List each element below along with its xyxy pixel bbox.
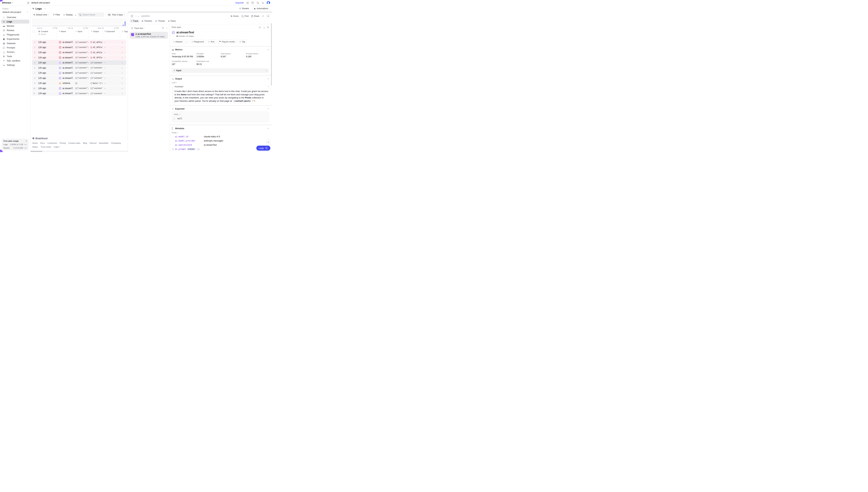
org-switcher[interactable]: Directus ∨	[2, 1, 27, 4]
dataset-more-button[interactable]: ⋯	[184, 40, 189, 43]
review-button[interactable]: ☑ Review	[238, 7, 250, 10]
usage-card[interactable]: Free plan usage ↗ Logs 0.0004 of 1 GB Sc…	[2, 139, 29, 150]
chevron-down-icon[interactable]: ∨	[268, 86, 269, 87]
run-button[interactable]: ▷Run	[207, 40, 216, 44]
display-button[interactable]: ⚌ Display	[62, 13, 73, 17]
sidebar-item[interactable]: Logs	[1, 20, 29, 24]
download-icon[interactable]: ↓	[264, 26, 265, 28]
detail-tab[interactable]: Views	[167, 19, 177, 23]
detail-tab[interactable]: Thread	[154, 19, 166, 23]
select-all-checkbox[interactable]	[33, 30, 35, 33]
footer-link[interactable]: Blog	[83, 142, 87, 144]
page-menu-icon[interactable]: ⋯	[44, 7, 46, 10]
column-header-input[interactable]: Input	[73, 30, 89, 38]
next-trace-icon[interactable]: ↓	[138, 15, 140, 18]
column-header-tags[interactable]: Tags	[120, 30, 126, 38]
footer-link[interactable]: Pricing	[60, 142, 66, 144]
add-dataset-button[interactable]: +Dataset	[172, 40, 184, 43]
search-traces-box[interactable]	[77, 13, 104, 17]
input-section-collapsed[interactable]: ↗ Input ›	[172, 68, 269, 73]
sidebar-item[interactable]: Datasets	[1, 41, 29, 45]
metadata-key[interactable]: ai.model.provider	[175, 140, 196, 142]
detail-tab[interactable]: Timeline	[140, 19, 153, 23]
score-button[interactable]: % Score	[230, 15, 239, 17]
trace-tree-button[interactable]: ◫ Trace tree	[130, 26, 145, 30]
table-row[interactable]: 6 12h ago ai.streamT... [{"content":" ..…	[32, 66, 126, 70]
sidebar-item[interactable]: Review	[1, 28, 29, 32]
upgrade-link[interactable]: Upgrade	[235, 1, 244, 4]
table-row[interactable]: 2 12h ago ai.streamT... [{"content":" ..…	[32, 45, 126, 50]
footer-link[interactable]: Newsletter	[99, 142, 108, 144]
column-header-created[interactable]: Created 11 traces	[36, 30, 57, 38]
table-row[interactable]: 4 12h ago ai.streamT... [{"content":" ..…	[32, 55, 126, 60]
footer-link[interactable]: Changelog	[111, 142, 121, 144]
collapse-all-icon[interactable]: ⇅	[162, 27, 164, 29]
footer-link[interactable]: Discord	[90, 142, 96, 144]
footer-link[interactable]: Docs	[40, 142, 45, 144]
output-format-selector[interactable]: LLM ∨	[172, 81, 177, 84]
flag-for-review-button[interactable]: ⚑Flag for review	[217, 40, 237, 44]
table-row[interactable]: 8 12h ago ai.streamT... [{"content":" ..…	[32, 76, 126, 80]
table-row[interactable]: 10 12h ago ai.streamT... [{"content":" .…	[32, 86, 126, 91]
expand-chevron[interactable]: ›	[172, 148, 174, 150]
table-row[interactable]: 7 12h ago ai.streamT... [{"content":" ..…	[32, 71, 126, 75]
footer-link[interactable]: Trust center	[41, 146, 51, 148]
sidebar-item[interactable]: Scorers	[1, 50, 29, 54]
filter-button[interactable]: ☰ Filter	[52, 13, 61, 17]
sidebar-item[interactable]: Overview	[1, 15, 29, 19]
docs-icon[interactable]: ◫	[247, 2, 249, 4]
sidebar-item[interactable]: Experiments	[1, 37, 29, 41]
time-range-selector[interactable]: 3d Past 3 days ∨	[106, 13, 126, 17]
column-header-output[interactable]: Output	[89, 30, 103, 38]
sidebar-item[interactable]: SQL sandbox	[1, 59, 29, 63]
share-button[interactable]: Share	[251, 15, 259, 17]
footer-link[interactable]: Status	[32, 146, 38, 148]
view-selector[interactable]: ◈ Default view ∨	[32, 13, 51, 17]
help-icon[interactable]: ?	[251, 2, 254, 4]
close-panel-button[interactable]: ✕	[266, 14, 270, 18]
sidebar-item[interactable]: Tools	[1, 54, 29, 58]
table-row[interactable]: 5 12h ago ai.streamT... [{"content":" ..…	[32, 60, 126, 65]
add-playground-button[interactable]: +Playground	[190, 40, 205, 44]
metadata-key[interactable]: ai.model.id	[175, 136, 188, 138]
metadata-key[interactable]: ai.prompt	[175, 148, 186, 150]
find-button[interactable]: Find	[241, 15, 249, 17]
detail-tab[interactable]: Trace	[130, 19, 140, 23]
table-row[interactable]: 9 12h ago schema {} {"data":{"col...	[32, 81, 126, 85]
vertical-scrollbar[interactable]	[271, 23, 272, 85]
loop-button[interactable]: Loop	[256, 146, 270, 150]
column-header-name[interactable]: Name	[57, 30, 73, 38]
footer-link-legal[interactable]: Legal ∨	[54, 146, 60, 148]
expand-panel-button[interactable]	[130, 14, 134, 18]
json-view-icon[interactable]: {}	[259, 26, 261, 28]
sidebar-item[interactable]: Prompts	[1, 46, 29, 50]
table-row[interactable]: 3 12h ago ai.streamT... [{"content":" ..…	[32, 50, 126, 55]
footer-link[interactable]: Home	[32, 142, 38, 144]
tag-button[interactable]: ◇Tag	[238, 40, 247, 44]
column-header-expected[interactable]: Expected	[103, 30, 120, 38]
trace-histogram[interactable]: Sat 14 12 PM Feb 15 12 PM Mon 16 12 PM	[32, 18, 126, 29]
sidebar-item[interactable]: Settings	[1, 63, 29, 67]
open-external-icon[interactable]: ↗	[262, 15, 264, 17]
output-section-header[interactable]: Output ∨	[172, 78, 269, 80]
sidebar-toggle-icon[interactable]: ◫	[27, 1, 29, 4]
footer-link[interactable]: Customers	[47, 142, 57, 144]
avatar[interactable]	[267, 1, 270, 4]
table-row[interactable]: 11 12h ago ai.streamT... [{"content":" .…	[32, 91, 126, 96]
footer-link[interactable]: Contact sales	[68, 142, 80, 144]
trace-tree-item[interactable]: A\ ai.streamText 3.69s, 9,347 tok, Claud…	[130, 32, 168, 39]
horizontal-scrollbar[interactable]	[30, 151, 42, 152]
metadata-key[interactable]: ai.operationId	[175, 144, 192, 146]
export-icon[interactable]: ↓	[75, 14, 76, 16]
search-traces-input[interactable]	[82, 14, 103, 16]
outline-menu-button[interactable]: ≡	[267, 139, 270, 145]
search-icon[interactable]	[256, 2, 259, 4]
metadata-view-selector[interactable]: Pretty ∨	[172, 131, 178, 134]
preferences-icon[interactable]: ⚌	[262, 2, 264, 4]
sidebar-item[interactable]: Playgrounds	[1, 33, 29, 36]
expected-format-selector[interactable]: YAML ∨	[174, 113, 180, 116]
tree-menu-icon[interactable]: ⋮	[166, 27, 168, 29]
table-row[interactable]: 1 12h ago ai.streamT... [{"content":" ..…	[32, 40, 126, 45]
project-selector[interactable]: default-otel-project ∨	[0, 10, 30, 15]
prev-trace-icon[interactable]: ↑	[135, 15, 137, 18]
